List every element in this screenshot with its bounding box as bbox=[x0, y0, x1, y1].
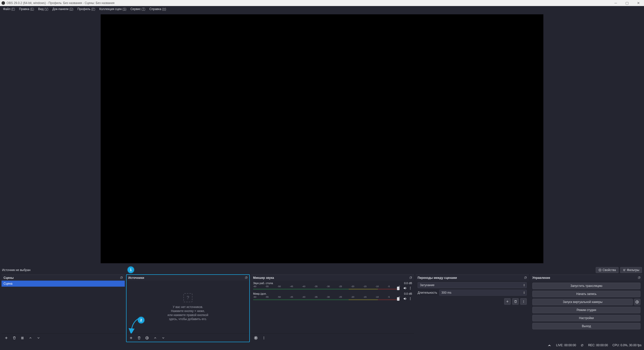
exit-button[interactable]: Выход bbox=[532, 323, 640, 329]
status-bar: LIVE: 00:00:00 REC: 00:00:00 CPU: 0.0%, … bbox=[0, 342, 644, 348]
status-signal-icon bbox=[547, 344, 551, 347]
svg-point-24 bbox=[264, 338, 264, 339]
volume-slider[interactable] bbox=[397, 287, 399, 290]
svg-rect-10 bbox=[21, 338, 23, 339]
channel-menu-button[interactable] bbox=[409, 286, 412, 290]
callout-badge-1: 1 bbox=[128, 267, 134, 273]
app-icon bbox=[2, 1, 5, 5]
dock-title: Переходы между сценами bbox=[418, 276, 457, 280]
scenes-list[interactable]: Сцена bbox=[2, 281, 125, 333]
duration-spin[interactable]: 300 ms ▲▼ bbox=[439, 290, 527, 296]
chevron-down-icon bbox=[162, 336, 165, 340]
window-title: OBS 29.0.2 (64-bit, windows) - Профиль: … bbox=[7, 1, 114, 5]
popout-icon[interactable] bbox=[120, 276, 123, 279]
svg-point-5 bbox=[624, 270, 624, 270]
duration-label: Длительность bbox=[418, 291, 437, 294]
scene-move-up-button[interactable] bbox=[27, 335, 34, 341]
minimize-button[interactable]: ─ bbox=[610, 0, 621, 6]
menu-коллекция сцен[interactable]: Коллекция сцен (S) bbox=[97, 6, 129, 12]
svg-rect-13 bbox=[410, 277, 411, 279]
docks-row: Сцены Сцена Источники ? У вас нет источн… bbox=[0, 275, 644, 342]
speaker-icon[interactable] bbox=[403, 286, 407, 290]
start-record-button[interactable]: Начать запись bbox=[532, 291, 640, 297]
properties-button[interactable]: Свойства bbox=[596, 267, 619, 273]
mixer-footer bbox=[251, 333, 414, 342]
source-properties-button[interactable] bbox=[144, 335, 150, 341]
maximize-button[interactable]: ▢ bbox=[621, 0, 633, 6]
preview-area bbox=[0, 12, 644, 266]
remove-scene-button[interactable] bbox=[11, 335, 18, 341]
start-stream-button[interactable]: Запустить трансляцию bbox=[532, 283, 640, 289]
svg-rect-11 bbox=[245, 277, 247, 279]
transition-select[interactable]: Затухание ▲▼ bbox=[418, 282, 527, 288]
menu-сервис[interactable]: Сервис (T) bbox=[128, 6, 147, 12]
preview-canvas[interactable] bbox=[101, 14, 543, 263]
close-button[interactable]: ✕ bbox=[633, 0, 644, 6]
svg-point-4 bbox=[625, 269, 626, 270]
popout-icon[interactable] bbox=[524, 276, 527, 279]
scenes-footer bbox=[2, 333, 125, 342]
sources-list[interactable]: ? У вас нет источников. Нажмите кнопку +… bbox=[126, 281, 250, 333]
filters-button[interactable]: Фильтры bbox=[620, 267, 642, 273]
scene-item[interactable]: Сцена bbox=[2, 281, 125, 287]
popout-icon[interactable] bbox=[245, 276, 248, 279]
source-toolbar: Источник не выбран Свойства Фильтры 1 bbox=[0, 266, 644, 275]
dock-header-sources[interactable]: Источники bbox=[126, 275, 250, 281]
menu-вид[interactable]: Вид (V) bbox=[36, 6, 50, 12]
plus-icon bbox=[506, 300, 509, 303]
settings-button[interactable]: Настройки bbox=[532, 315, 640, 321]
svg-point-22 bbox=[264, 336, 264, 337]
mixer-channel: Звук раб. стола 0.0 dB -60-55-50-45-40-3… bbox=[251, 281, 414, 291]
virtual-cam-button[interactable]: Запуск виртуальной камеры bbox=[532, 299, 633, 305]
svg-rect-7 bbox=[120, 277, 122, 279]
scene-move-down-button[interactable] bbox=[35, 335, 42, 341]
dock-controls: Управление Запустить трансляцию Начать з… bbox=[530, 275, 642, 342]
advanced-audio-button[interactable] bbox=[253, 335, 259, 341]
filters-icon bbox=[623, 269, 626, 272]
menu-док-панели[interactable]: Док-панели (D) bbox=[50, 6, 75, 12]
popout-icon[interactable] bbox=[409, 276, 412, 279]
svg-rect-29 bbox=[638, 277, 640, 279]
sources-footer bbox=[126, 333, 250, 342]
status-cpu: CPU: 0.0%, 30.00 fps bbox=[613, 343, 641, 347]
add-transition-button[interactable] bbox=[504, 298, 511, 305]
add-scene-button[interactable] bbox=[3, 335, 10, 341]
chevron-up-icon bbox=[153, 336, 157, 340]
status-rec: REC: 00:00:00 bbox=[588, 343, 608, 347]
status-rec-icon bbox=[581, 344, 584, 347]
studio-mode-button[interactable]: Режим студии bbox=[532, 307, 640, 313]
trash-icon bbox=[13, 336, 16, 340]
dock-header-transitions[interactable]: Переходы между сценами bbox=[416, 275, 529, 281]
transition-menu-button[interactable] bbox=[520, 298, 527, 305]
channel-menu-button[interactable] bbox=[409, 297, 412, 300]
unknown-icon: ? bbox=[183, 293, 192, 302]
scene-filter-button[interactable] bbox=[19, 335, 26, 341]
dock-header-controls[interactable]: Управление bbox=[530, 275, 642, 281]
volume-slider[interactable] bbox=[397, 297, 399, 301]
add-source-button[interactable] bbox=[128, 335, 134, 341]
dock-header-scenes[interactable]: Сцены bbox=[2, 275, 125, 281]
svg-rect-9 bbox=[21, 338, 23, 338]
sources-empty-hint: ? У вас нет источников. Нажмите кнопку +… bbox=[126, 281, 250, 333]
dock-header-mixer[interactable]: Микшер звука bbox=[251, 275, 414, 281]
mixer-menu-button[interactable] bbox=[261, 335, 267, 341]
remove-source-button[interactable] bbox=[136, 335, 142, 341]
dock-title: Сцены bbox=[4, 276, 14, 280]
trash-icon bbox=[137, 336, 141, 340]
popout-icon[interactable] bbox=[637, 276, 640, 279]
menu-справка[interactable]: Справка (H) bbox=[147, 6, 168, 12]
menu-профиль[interactable]: Профиль (P) bbox=[75, 6, 97, 12]
speaker-icon[interactable] bbox=[403, 297, 407, 301]
kebab-icon bbox=[522, 300, 525, 303]
source-move-up-button[interactable] bbox=[152, 335, 158, 341]
dock-sources: Источники ? У вас нет источников. Нажмит… bbox=[126, 275, 250, 342]
source-move-down-button[interactable] bbox=[160, 335, 167, 341]
list-icon bbox=[21, 336, 24, 340]
menu-файл[interactable]: Файл (F) bbox=[1, 6, 17, 12]
svg-rect-1 bbox=[623, 269, 625, 270]
dock-mixer: Микшер звука Звук раб. стола 0.0 dB -60-… bbox=[251, 275, 414, 342]
menu-правка[interactable]: Правка (E) bbox=[17, 6, 36, 12]
virtual-cam-settings-button[interactable] bbox=[634, 299, 640, 305]
dock-title: Управление bbox=[532, 276, 550, 280]
remove-transition-button[interactable] bbox=[512, 298, 519, 305]
